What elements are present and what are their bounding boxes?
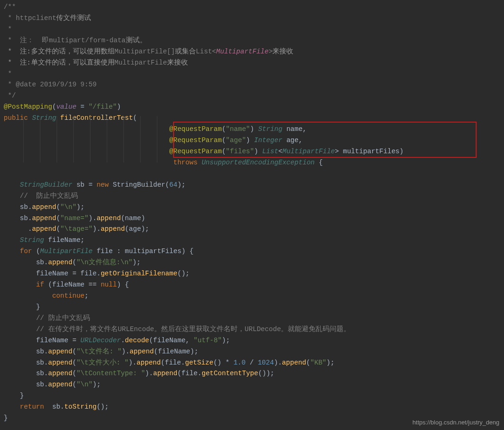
- annotation: @PostMapping: [4, 103, 52, 111]
- comment-line: * 注:单文件的话，可以直接使用MultipartFile来接收: [4, 59, 188, 66]
- comment-line: /**: [4, 3, 16, 11]
- comment-line: // 在传文件时，将文件名URLEncode。然后在这里获取文件名时，URLDe…: [36, 326, 351, 333]
- keyword-public: public: [4, 114, 28, 122]
- annotation: @RequestParam: [169, 125, 222, 133]
- comment-line: // 防止中文乱码: [20, 192, 78, 200]
- annotation: @RequestParam: [169, 137, 222, 144]
- comment-line: * @date 2019/9/19 9:59: [4, 81, 97, 88]
- comment-line: * 注:多文件的话，可以使用数组MultipartFile[]或集合List<M…: [4, 48, 293, 55]
- watermark: https://blog.csdn.net/justry_deng: [413, 417, 499, 427]
- comment-line: * httpclient传文件测试: [4, 14, 91, 22]
- annotation: @RequestParam: [169, 148, 222, 155]
- comment-line: * 注： 即multipart/form-data测试。: [4, 37, 147, 44]
- comment-line: *: [4, 70, 12, 78]
- comment-line: *: [4, 26, 12, 33]
- comment-line: */: [4, 92, 16, 99]
- comment-line: // 防止中文乱码: [36, 314, 90, 322]
- code-block: /** * httpclient传文件测试 * * 注： 即multipart/…: [0, 0, 504, 424]
